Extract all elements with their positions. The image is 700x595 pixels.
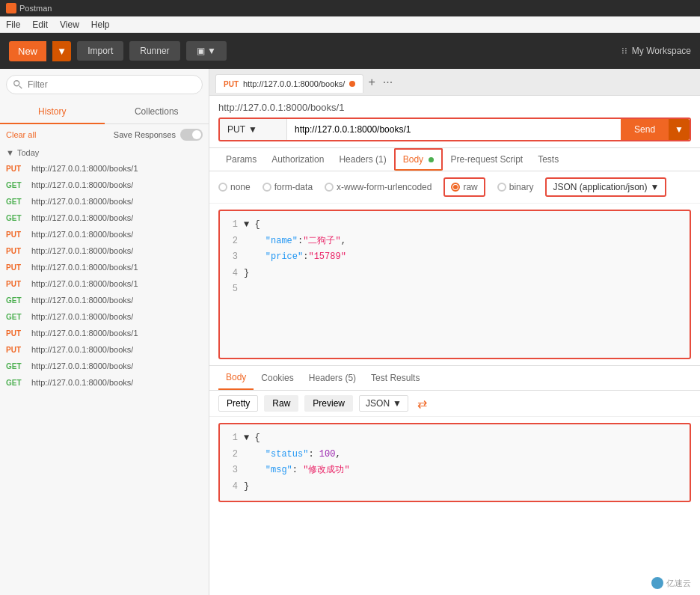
body-tab-label: Body: [403, 154, 423, 165]
add-tab-button[interactable]: +: [363, 76, 379, 89]
clear-all-button[interactable]: Clear all: [6, 130, 36, 139]
resp-raw-btn[interactable]: Raw: [264, 395, 298, 412]
history-method: PUT: [6, 346, 27, 354]
radio-binary[interactable]: binary: [497, 182, 534, 192]
request-tab-method: PUT: [224, 80, 239, 88]
menu-help[interactable]: Help: [91, 19, 110, 30]
radio-raw-label: raw: [463, 182, 477, 192]
history-item[interactable]: PUThttp://127.0.0.1:8000/books/: [0, 226, 209, 242]
right-panel: PUT http://127.0.0.1:8000/books/ + ··· h…: [209, 69, 700, 595]
title-bar: Postman: [0, 0, 700, 16]
line-num-4: 4: [226, 266, 238, 282]
tab-body[interactable]: Body: [394, 148, 443, 171]
history-item[interactable]: PUThttp://127.0.0.1:8000/books/1: [0, 259, 209, 275]
radio-none-circle: [218, 183, 227, 192]
tab-history[interactable]: History: [0, 100, 105, 124]
request-body-editor[interactable]: 1 ▼ { 2 "name":"二狗子", 3 "price":"15789" …: [218, 210, 691, 359]
history-item[interactable]: PUThttp://127.0.0.1:8000/books/1: [0, 160, 209, 177]
resp-key-msg: "msg": [265, 465, 292, 475]
app-title: Postman: [19, 4, 52, 13]
history-url: http://127.0.0.1:8000/books/1: [31, 263, 138, 272]
send-dropdown-button[interactable]: ▼: [669, 119, 690, 140]
resp-val-msg: "修改成功": [303, 465, 349, 475]
new-dropdown-arrow[interactable]: ▼: [52, 41, 71, 61]
response-tabs: Body Cookies Headers (5) Test Results: [209, 366, 700, 391]
history-method: PUT: [6, 247, 27, 255]
history-item[interactable]: GEThttp://127.0.0.1:8000/books/: [0, 308, 209, 325]
resp-json-select[interactable]: JSON ▼: [359, 395, 408, 412]
resp-tab-headers[interactable]: Headers (5): [301, 367, 363, 389]
history-item[interactable]: PUThttp://127.0.0.1:8000/books/: [0, 242, 209, 259]
history-url: http://127.0.0.1:8000/books/: [31, 213, 133, 222]
radio-binary-circle: [497, 183, 506, 192]
menu-file[interactable]: File: [6, 19, 20, 30]
tab-params[interactable]: Params: [218, 148, 264, 171]
more-tabs-button[interactable]: ···: [380, 76, 396, 89]
resp-wrap-icon[interactable]: ⇄: [417, 397, 427, 411]
tab-collections[interactable]: Collections: [105, 100, 209, 123]
json-format-label: JSON (application/json): [553, 182, 647, 192]
response-area: Body Cookies Headers (5) Test Results Pr…: [209, 365, 700, 595]
history-item[interactable]: PUThttp://127.0.0.1:8000/books/: [0, 341, 209, 358]
history-item[interactable]: GEThttp://127.0.0.1:8000/books/: [0, 193, 209, 210]
history-url: http://127.0.0.1:8000/books/: [31, 197, 133, 206]
history-url: http://127.0.0.1:8000/books/1: [31, 329, 138, 338]
history-item[interactable]: GEThttp://127.0.0.1:8000/books/: [0, 177, 209, 193]
history-item[interactable]: PUThttp://127.0.0.1:8000/books/1: [0, 275, 209, 292]
resp-preview-btn[interactable]: Preview: [304, 395, 353, 412]
resp-pretty-btn[interactable]: Pretty: [218, 395, 258, 412]
resp-val-status: 100: [319, 449, 336, 460]
radio-binary-label: binary: [509, 182, 534, 192]
radio-form-data[interactable]: form-data: [262, 182, 313, 192]
app-name: Postman: [6, 3, 52, 13]
history-method: GET: [6, 181, 27, 189]
workspace-button[interactable]: ⁝⁝ My Workspace: [621, 46, 691, 56]
request-tab[interactable]: PUT http://127.0.0.1:8000/books/: [215, 74, 363, 93]
tab-authorization[interactable]: Authorization: [264, 148, 331, 171]
runner-button[interactable]: Runner: [129, 41, 179, 61]
history-item[interactable]: GEThttp://127.0.0.1:8000/books/: [0, 210, 209, 226]
resp-tab-test-results[interactable]: Test Results: [363, 367, 427, 389]
tab-headers[interactable]: Headers (1): [331, 148, 393, 171]
today-section: ▼ Today: [0, 145, 209, 160]
sidebar-search-area: [0, 69, 209, 100]
history-item[interactable]: GEThttp://127.0.0.1:8000/books/: [0, 374, 209, 391]
resp-tab-cookies[interactable]: Cookies: [254, 367, 301, 389]
history-item[interactable]: GEThttp://127.0.0.1:8000/books/: [0, 358, 209, 374]
radio-none[interactable]: none: [218, 182, 251, 192]
resp-code-line-3: 3 "msg": "修改成功": [226, 463, 684, 479]
history-method: PUT: [6, 280, 27, 288]
history-method: GET: [6, 379, 27, 387]
history-item[interactable]: GEThttp://127.0.0.1:8000/books/: [0, 292, 209, 308]
menu-view[interactable]: View: [60, 19, 79, 30]
menu-edit[interactable]: Edit: [32, 19, 48, 30]
history-method: PUT: [6, 165, 27, 173]
import-button[interactable]: Import: [77, 41, 123, 61]
tab-pre-request[interactable]: Pre-request Script: [443, 148, 530, 171]
send-button[interactable]: Send: [621, 119, 669, 140]
radio-urlencoded[interactable]: x-www-form-urlencoded: [325, 182, 432, 192]
json-format-select[interactable]: JSON (application/json) ▼: [545, 177, 666, 197]
history-url: http://127.0.0.1:8000/books/: [31, 296, 133, 305]
url-input[interactable]: [287, 119, 621, 140]
extra-toolbar-button[interactable]: ▣ ▼: [186, 41, 227, 61]
main-layout: History Collections Clear all Save Respo…: [0, 69, 700, 595]
tab-tests[interactable]: Tests: [530, 148, 566, 171]
json-format-chevron: ▼: [651, 182, 660, 192]
val-name: "二狗子": [303, 236, 340, 246]
new-button[interactable]: New: [9, 41, 46, 61]
history-list: PUThttp://127.0.0.1:8000/books/1GEThttp:…: [0, 160, 209, 595]
method-select[interactable]: PUT ▼: [220, 119, 287, 140]
sidebar-actions: Clear all Save Responses: [0, 124, 209, 145]
request-tab-url: http://127.0.0.1:8000/books/: [243, 79, 345, 88]
history-item[interactable]: PUThttp://127.0.0.1:8000/books/1: [0, 325, 209, 341]
request-sub-tabs: Params Authorization Headers (1) Body Pr…: [209, 148, 700, 171]
toggle-switch[interactable]: [180, 129, 203, 141]
resp-tab-body[interactable]: Body: [218, 366, 254, 390]
radio-raw[interactable]: raw: [443, 177, 485, 197]
history-url: http://127.0.0.1:8000/books/: [31, 246, 133, 255]
search-input[interactable]: [6, 75, 203, 94]
body-options: none form-data x-www-form-urlencoded raw…: [209, 171, 700, 204]
method-chevron: ▼: [248, 124, 257, 135]
history-url: http://127.0.0.1:8000/books/: [31, 345, 133, 354]
